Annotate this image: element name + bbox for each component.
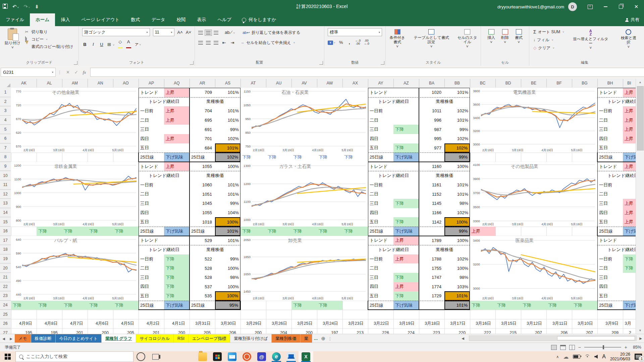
trend-cell-BG24[interactable]: 下降	[572, 301, 597, 310]
cell-AW26[interactable]: 3月24日	[317, 319, 342, 328]
cell-AY10[interactable]: トレンド継続日	[368, 171, 419, 180]
page-layout-view-button[interactable]	[560, 345, 566, 350]
cell-AR14[interactable]: 1055	[190, 208, 215, 218]
cell-AP9[interactable]: トレンド	[139, 162, 164, 171]
sheet-tab-RSI[interactable]: RSI	[174, 334, 189, 343]
cell-AZ16[interactable]: 下げ気味	[393, 227, 419, 236]
cell-AY27[interactable]: 226	[368, 328, 393, 334]
cell-BH1[interactable]: トレンド	[597, 88, 623, 97]
speaker-icon[interactable]	[594, 355, 598, 359]
cell-AZ22[interactable]: 上昇	[393, 282, 419, 292]
column-header-BA[interactable]: BA	[419, 79, 445, 87]
zoom-out-button[interactable]: −	[578, 345, 581, 350]
trend-cell-AW24[interactable]: 下降	[317, 301, 342, 310]
cell-BA16[interactable]	[419, 227, 444, 236]
minimize-button[interactable]	[598, 0, 613, 13]
cell-AP21[interactable]: 三日	[139, 273, 164, 282]
industry-chart-5[interactable]: 10001100120013002月19日3月19日4月19日5月19日ガラス・…	[240, 162, 368, 227]
row-header-10[interactable]: 10	[0, 171, 11, 180]
cell-AQ14[interactable]	[164, 208, 190, 218]
cell-BA14[interactable]: 1166	[419, 208, 444, 218]
taskbar-app-laptop-app[interactable]	[284, 351, 299, 362]
cell-BA7[interactable]: 977	[419, 143, 444, 153]
cell-AP3[interactable]: 一日前	[139, 106, 164, 116]
cell-BB4[interactable]: 101%	[444, 116, 470, 125]
account-avatar[interactable]: D	[568, 2, 577, 11]
taskbar-app-store[interactable]	[210, 351, 225, 362]
row-header-25[interactable]: 25	[0, 310, 11, 319]
cell-BB5[interactable]: 99%	[444, 125, 470, 134]
cell-BE26[interactable]: 3月12日	[521, 319, 546, 328]
column-header-AO[interactable]: AO	[113, 79, 139, 87]
trend-cell-BC24[interactable]: 下降	[470, 301, 495, 310]
row-header-7[interactable]: 7	[0, 143, 11, 153]
cell-BA9[interactable]: 1160	[419, 162, 444, 171]
cell-AR16[interactable]: 25日線	[190, 227, 215, 236]
trend-cell-AX8[interactable]: 下降	[342, 153, 368, 162]
trend-cell-AT16[interactable]: 下降	[240, 227, 266, 236]
sheet-tab-業種別張り付けば[interactable]: 業種別張り付けば	[230, 334, 272, 343]
format-painter-button[interactable]: 書式のコピー/貼り付け	[25, 43, 73, 50]
cell-AS23[interactable]: 100%	[215, 291, 240, 301]
conditional-formatting-button[interactable]: 条件付き書式˅	[386, 28, 409, 59]
sheet-tab-今日のまとめサイト[interactable]: 今日のまとめサイト	[56, 334, 102, 343]
cell-AM26[interactable]: 4月7日	[62, 319, 88, 328]
dialog-launcher-icon[interactable]	[381, 61, 384, 65]
formula-input[interactable]	[90, 68, 644, 77]
cell-BH10[interactable]: トレンド継続日	[597, 171, 636, 180]
column-header-BD[interactable]: BD	[495, 79, 521, 87]
industry-chart-2[interactable]: 750850950105011502月19日3月19日4月19日5月19日石油・…	[240, 88, 368, 153]
cell-BH26[interactable]: 3月9日	[597, 319, 623, 328]
cell-AS6[interactable]: 102%	[215, 134, 240, 143]
cell-AY2[interactable]: トレンド継続日	[368, 97, 419, 107]
cell-AP4[interactable]: 二日	[139, 116, 164, 125]
cell-AP23[interactable]: 五日	[139, 291, 164, 301]
align-top-icon[interactable]	[198, 31, 203, 35]
decrease-decimal-button[interactable]: .00→.0	[364, 39, 369, 45]
cell-AY20[interactable]: 二日	[368, 263, 393, 273]
align-left-icon[interactable]	[198, 41, 203, 45]
ribbon-tab-数式[interactable]: 数式	[125, 13, 146, 26]
industry-chart-6[interactable]: 330035003700390041002月19日3月19日4月19日5月19日…	[470, 162, 597, 227]
trend-cell-BF24[interactable]: 下降	[546, 301, 572, 310]
cell-AK26[interactable]: 4月9日	[11, 319, 37, 328]
cell-AP16[interactable]: 25日線	[139, 227, 164, 236]
taskbar-clock[interactable]: 20:262021/06/03	[610, 352, 630, 361]
cell-BA17[interactable]: 1789	[419, 236, 444, 245]
cell-AY21[interactable]: 三日	[368, 273, 393, 282]
sheet-tab-株価診断[interactable]: 株価診断	[31, 334, 56, 343]
cell-AV26[interactable]: 3月25日	[291, 319, 317, 328]
cell-AZ21[interactable]: 下降	[393, 273, 419, 282]
cell-BA1[interactable]: 1020	[419, 88, 444, 97]
notification-center-button[interactable]: 1	[635, 354, 642, 360]
cell-BE27[interactable]: 207	[521, 328, 546, 334]
select-all-corner[interactable]	[0, 79, 11, 88]
cell-AR8[interactable]: 25日線	[190, 153, 215, 162]
cell-AQ20[interactable]: 下降	[164, 263, 190, 273]
cell-AZ12[interactable]	[393, 190, 419, 199]
italic-button[interactable]: I	[91, 42, 96, 47]
cell-BA3[interactable]: 1011	[419, 106, 444, 116]
cell-AP14[interactable]: 四日	[139, 208, 164, 218]
cell-BB12[interactable]: 101%	[444, 190, 470, 199]
decrease-indent-button[interactable]: ⇤	[221, 40, 227, 45]
row-header-1[interactable]: 1	[0, 88, 11, 97]
cell-AP22[interactable]: 四日	[139, 282, 164, 292]
column-header-BG[interactable]: BG	[572, 79, 598, 87]
cell-AX26[interactable]: 3月23日	[342, 319, 368, 328]
cell-BB11[interactable]: 101%	[444, 180, 470, 190]
trend-cell-AW8[interactable]: 下降	[317, 153, 342, 162]
cell-BH16[interactable]: 25日線	[597, 227, 623, 236]
cell-AQ5[interactable]	[164, 125, 190, 134]
cell-AQ3[interactable]: 上昇	[164, 106, 190, 116]
cell-AR4[interactable]: 695	[190, 116, 215, 125]
start-button[interactable]	[0, 351, 15, 362]
cell-AQ1[interactable]: 上昇	[164, 88, 190, 97]
task-view-button[interactable]	[148, 351, 163, 362]
cell-BI22[interactable]	[623, 282, 636, 292]
fill-button[interactable]: ↓フィル˅	[533, 36, 564, 44]
cell-BI20[interactable]: 下降	[623, 263, 636, 273]
trend-cell-BE24[interactable]: 下降	[521, 301, 546, 310]
account-email[interactable]: dryyourtearswithlove1@gmail.com	[497, 4, 564, 9]
row-header-22[interactable]: 22	[0, 282, 11, 292]
